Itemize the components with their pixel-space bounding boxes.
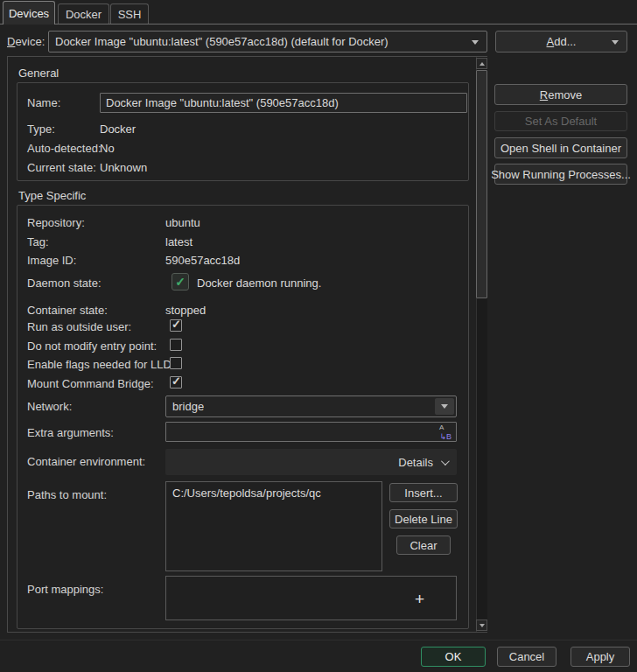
container-state-label: Container state: <box>27 304 108 317</box>
extra-arguments-input[interactable]: A ↳B <box>165 422 457 442</box>
footer-separator <box>0 640 637 640</box>
add-port-mapping-button[interactable]: + <box>415 590 424 606</box>
run-as-outside-user-label: Run as outside user: <box>27 320 131 333</box>
tag-label: Tag: <box>27 235 49 248</box>
environment-details-toggle[interactable]: Details <box>398 449 447 475</box>
port-mappings-label: Port mappings: <box>27 583 103 596</box>
open-shell-in-container-button[interactable]: Open Shell in Container <box>494 137 627 158</box>
set-as-default-button-label: Set As Default <box>525 115 597 128</box>
tab-ssh[interactable]: SSH <box>110 4 149 24</box>
daemon-running-indicator: ✓ <box>172 273 189 290</box>
cancel-button[interactable]: Cancel <box>497 647 556 667</box>
current-state-label: Current state: <box>27 161 96 174</box>
enable-lldb-flags-label: Enable flags needed for LLDB: <box>27 358 182 371</box>
device-label: Device: <box>7 35 45 48</box>
network-select-dropdown-button[interactable] <box>435 398 454 415</box>
tag-value: latest <box>165 235 192 248</box>
add-device-button-label: Add... <box>547 35 577 48</box>
scroll-down-button[interactable] <box>476 620 487 631</box>
container-state-value: stopped <box>165 304 206 317</box>
paths-delete-line-button-label: Delete Line <box>395 513 452 526</box>
device-details-panel: General Name: Type: Docker Auto-detected… <box>7 56 487 633</box>
mount-command-bridge-checkbox[interactable] <box>170 376 182 388</box>
chevron-down-icon <box>612 40 619 45</box>
check-icon: ✓ <box>175 276 186 288</box>
image-id-label: Image ID: <box>27 254 76 267</box>
daemon-state-label: Daemon state: <box>27 276 102 290</box>
mount-command-bridge-label: Mount Command Bridge: <box>27 377 154 390</box>
paths-clear-button[interactable]: Clear <box>396 536 451 555</box>
paths-delete-line-button[interactable]: Delete Line <box>389 509 458 528</box>
tab-docker-label: Docker <box>66 8 102 21</box>
open-shell-button-label: Open Shell in Container <box>500 142 621 155</box>
apply-button[interactable]: Apply <box>570 647 630 667</box>
environment-details-label: Details <box>398 456 433 469</box>
triangle-up-icon <box>480 62 485 66</box>
chevron-down-icon <box>441 404 448 409</box>
remove-device-button-label: Remove <box>540 88 582 102</box>
chevron-down-icon <box>472 40 479 45</box>
tab-docker[interactable]: Docker <box>58 4 109 24</box>
chevron-down-icon <box>441 457 450 466</box>
paths-insert-button[interactable]: Insert... <box>389 483 458 502</box>
type-specific-group-title: Type Specific <box>18 189 86 202</box>
name-input[interactable] <box>100 93 467 113</box>
tab-ssh-label: SSH <box>118 8 142 21</box>
run-as-outside-user-checkbox[interactable] <box>170 319 182 332</box>
container-environment-label: Container environment: <box>27 455 145 468</box>
paths-to-mount-textarea[interactable]: C:/Users/tepoldsa/projects/qc <box>165 481 382 571</box>
device-select[interactable]: Docker Image "ubuntu:latest" (590e57acc1… <box>48 31 487 52</box>
triangle-down-icon <box>480 624 485 627</box>
show-running-processes-button-label: Show Running Processes... <box>491 168 631 181</box>
network-select-value: bridge <box>172 400 204 413</box>
remove-device-button[interactable]: Remove <box>494 84 627 105</box>
type-value: Docker <box>100 122 136 136</box>
repository-value: ubuntu <box>165 216 200 229</box>
extra-arguments-label: Extra arguments: <box>27 426 114 439</box>
auto-detected-value: No <box>100 142 115 155</box>
do-not-modify-entry-point-checkbox[interactable] <box>170 339 182 351</box>
paths-insert-button-label: Insert... <box>404 486 442 500</box>
variables-icon[interactable]: A ↳B <box>438 425 452 439</box>
type-label: Type: <box>27 122 55 136</box>
tab-devices[interactable]: Devices <box>3 1 55 24</box>
repository-label: Repository: <box>27 216 85 229</box>
cancel-button-label: Cancel <box>509 650 544 663</box>
add-device-button[interactable]: Add... <box>495 31 627 52</box>
network-label: Network: <box>27 400 72 413</box>
set-as-default-button: Set As Default <box>494 111 627 131</box>
daemon-state-status: Docker daemon running. <box>197 276 321 290</box>
enable-lldb-flags-checkbox[interactable] <box>170 357 182 369</box>
name-label: Name: <box>27 96 60 109</box>
auto-detected-label: Auto-detected: <box>27 142 102 155</box>
apply-button-label: Apply <box>586 650 615 663</box>
ok-button[interactable]: OK <box>421 647 486 667</box>
tab-devices-label: Devices <box>9 7 49 20</box>
port-mappings-box: + <box>165 576 457 620</box>
ok-button-label: OK <box>445 650 462 663</box>
network-select[interactable]: bridge <box>165 396 457 417</box>
paths-clear-button-label: Clear <box>410 539 437 552</box>
show-running-processes-button[interactable]: Show Running Processes... <box>494 164 627 185</box>
general-group-title: General <box>18 66 59 80</box>
image-id-value: 590e57acc18d <box>165 254 240 267</box>
device-select-value: Docker Image "ubuntu:latest" (590e57acc1… <box>55 35 388 48</box>
scroll-up-button[interactable] <box>476 58 487 69</box>
current-state-value: Unknown <box>100 161 147 174</box>
do-not-modify-entry-point-label: Do not modify entry point: <box>27 340 157 353</box>
tabbar-baseline <box>0 24 637 24</box>
vertical-scrollbar-thumb[interactable] <box>476 70 487 298</box>
docker-device-settings-dialog: Devices Docker SSH Device: Docker Image … <box>0 0 637 672</box>
container-environment-panel: Details <box>165 449 457 475</box>
paths-to-mount-label: Paths to mount: <box>27 488 107 501</box>
